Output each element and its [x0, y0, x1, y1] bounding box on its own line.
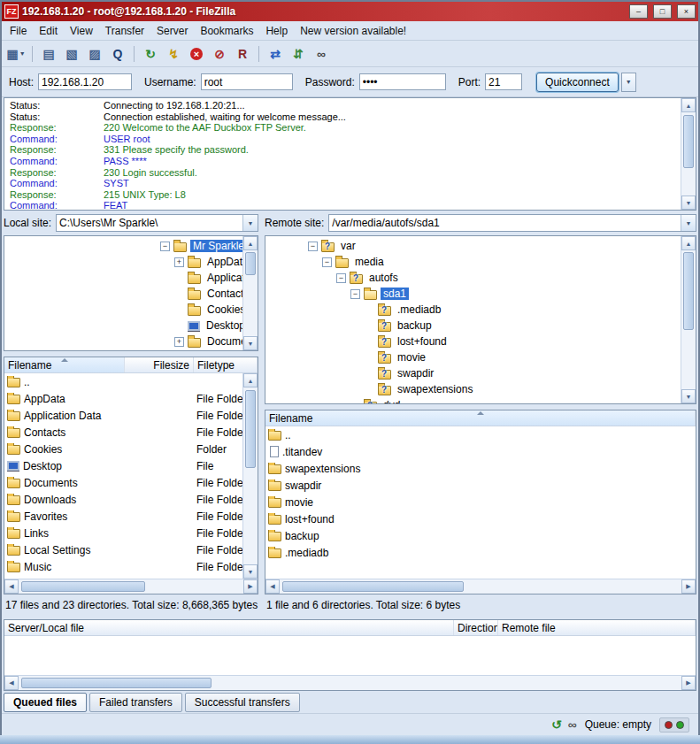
file-row-links[interactable]: LinksFile Folder — [4, 525, 242, 541]
file-row-swapextensions[interactable]: swapextensions — [265, 460, 696, 477]
file-row-documents[interactable]: DocumentsFile Folder — [4, 474, 242, 491]
quickconnect-dropdown-button[interactable]: ▼ — [621, 73, 636, 92]
tree-item-autofs[interactable]: −?autofs — [265, 270, 681, 286]
find-files-button[interactable]: ∞ — [311, 43, 332, 64]
file-row-desktop[interactable]: DesktopFile — [4, 457, 242, 474]
directory-compare-button[interactable]: ⇄ — [265, 43, 286, 64]
column-header-direction[interactable]: Direction — [454, 620, 498, 635]
combo-dropdown-icon[interactable]: ▼ — [242, 215, 258, 231]
password-input[interactable] — [359, 73, 446, 90]
scroll-right-button[interactable]: ▶ — [681, 579, 696, 594]
tab-queued-files[interactable]: Queued files — [4, 693, 87, 712]
scroll-left-button[interactable]: ◀ — [4, 676, 19, 690]
tree-expand-icon[interactable]: + — [174, 257, 184, 267]
menu-item-file[interactable]: File — [4, 22, 33, 40]
tree-item-swapextensions[interactable]: ?swapextensions — [265, 381, 681, 397]
file-row-application-data[interactable]: Application DataFile Folder — [4, 407, 242, 424]
tree-item-cookies[interactable]: Cookies — [4, 302, 242, 318]
tree-item-contacts[interactable]: Contacts — [4, 286, 242, 302]
column-header-filesize[interactable]: Filesize — [125, 357, 194, 372]
tree-item-lost-found[interactable]: ?lost+found — [265, 334, 681, 349]
menu-item-new-version-available[interactable]: New version available! — [294, 22, 412, 40]
cancel-button[interactable]: × — [186, 43, 207, 64]
column-header-filename[interactable]: Filename — [265, 410, 696, 426]
scrollbar-thumb[interactable] — [245, 390, 256, 468]
tree-item-desktop[interactable]: Desktop — [4, 318, 242, 334]
scroll-down-button[interactable]: ▼ — [681, 389, 696, 403]
tree-item-dvd[interactable]: ?dvd — [265, 397, 681, 403]
scroll-up-button[interactable]: ▲ — [243, 373, 258, 387]
site-manager-button[interactable]: ▦▼ — [5, 43, 27, 64]
tree-item-sda1[interactable]: −sda1 — [265, 286, 681, 302]
tab-failed-transfers[interactable]: Failed transfers — [89, 693, 182, 712]
close-button[interactable]: × — [677, 4, 696, 19]
menu-item-help[interactable]: Help — [259, 22, 294, 40]
local-site-combobox[interactable]: C:\Users\Mr Sparkle\ ▼ — [56, 214, 258, 232]
toggle-local-tree-button[interactable]: ▧ — [61, 43, 82, 64]
menu-item-view[interactable]: View — [64, 22, 99, 40]
minimize-button[interactable]: – — [629, 4, 648, 19]
tree-item-documents[interactable]: +Documents — [4, 334, 242, 349]
file-row-lost-found[interactable]: lost+found — [265, 510, 696, 527]
port-input[interactable] — [485, 73, 522, 90]
column-header-filetype[interactable]: Filetype — [194, 357, 258, 372]
reconnect-button[interactable]: R — [232, 43, 253, 64]
tree-item-media[interactable]: −media — [265, 254, 681, 270]
file-row-[interactable]: .. — [4, 373, 242, 390]
scroll-down-button[interactable]: ▼ — [243, 564, 258, 579]
tree-collapse-icon[interactable]: − — [336, 273, 346, 283]
scroll-left-button[interactable]: ◀ — [265, 579, 280, 594]
menu-item-bookmarks[interactable]: Bookmarks — [194, 22, 259, 40]
column-header-remote-file[interactable]: Remote file — [498, 620, 696, 635]
remote-site-combobox[interactable]: /var/media/autofs/sda1 ▼ — [328, 214, 696, 232]
scrollbar-thumb[interactable] — [21, 678, 212, 688]
local-list-hscrollbar[interactable]: ◀▶ — [4, 579, 258, 594]
tree-item-backup[interactable]: ?backup — [265, 318, 681, 334]
remote-tree-scrollbar[interactable]: ▲▼ — [681, 236, 696, 403]
scroll-up-button[interactable]: ▲ — [243, 236, 258, 250]
menu-item-server[interactable]: Server — [150, 22, 194, 40]
file-row-[interactable]: .. — [265, 426, 696, 443]
quickconnect-button[interactable]: Quickconnect — [536, 73, 619, 92]
tree-expand-icon[interactable]: + — [174, 337, 184, 347]
scrollbar-thumb[interactable] — [683, 252, 694, 330]
file-row-downloads[interactable]: DownloadsFile Folder — [4, 491, 242, 508]
toggle-queue-button[interactable]: Q — [107, 43, 128, 64]
file-row-titandev[interactable]: .titandev — [265, 443, 696, 460]
scrollbar-thumb[interactable] — [282, 581, 464, 592]
scroll-down-button[interactable]: ▼ — [681, 196, 696, 210]
toggle-remote-tree-button[interactable]: ▨ — [84, 43, 105, 64]
disconnect-button[interactable]: ⊘ — [209, 43, 230, 64]
scrollbar-thumb[interactable] — [21, 581, 145, 592]
tab-successful-transfers[interactable]: Successful transfers — [185, 693, 300, 712]
username-input[interactable] — [201, 73, 293, 90]
file-row-cookies[interactable]: CookiesFolder — [4, 441, 242, 457]
tree-item-movie[interactable]: ?movie — [265, 349, 681, 365]
scroll-up-button[interactable]: ▲ — [681, 98, 696, 112]
column-header-filename[interactable]: Filename — [4, 357, 125, 372]
scroll-right-button[interactable]: ▶ — [243, 579, 258, 594]
sync-browsing-button[interactable]: ⇵ — [288, 43, 309, 64]
tree-collapse-icon[interactable]: − — [322, 257, 332, 267]
combo-dropdown-icon[interactable]: ▼ — [681, 215, 696, 231]
file-row-local-settings[interactable]: Local SettingsFile Folder — [4, 541, 242, 558]
scroll-right-button[interactable]: ▶ — [681, 676, 696, 690]
menu-item-transfer[interactable]: Transfer — [99, 22, 150, 40]
scrollbar-thumb[interactable] — [245, 252, 256, 275]
remote-list-hscrollbar[interactable]: ◀▶ — [265, 579, 696, 594]
file-row-favorites[interactable]: FavoritesFile Folder — [4, 508, 242, 525]
column-header-server-local-file[interactable]: Server/Local file — [4, 620, 454, 635]
refresh-button[interactable]: ↻ — [140, 43, 161, 64]
tree-collapse-icon[interactable]: − — [308, 242, 318, 251]
file-row-mediadb[interactable]: .mediadb — [265, 544, 696, 561]
tree-item-application-data[interactable]: Application Data — [4, 270, 242, 286]
title-bar[interactable]: FZ 192.168.1.20 - root@192.168.1.20 - Fi… — [2, 2, 698, 21]
host-input[interactable] — [38, 73, 132, 90]
file-row-movie[interactable]: movie — [265, 494, 696, 510]
file-row-swapdir[interactable]: swapdir — [265, 477, 696, 494]
message-log-scrollbar[interactable]: ▲▼ — [681, 98, 696, 210]
tree-collapse-icon[interactable]: − — [160, 242, 170, 251]
tree-item-appdata[interactable]: +AppData — [4, 254, 242, 270]
queue-hscrollbar[interactable]: ◀▶ — [4, 675, 696, 690]
file-row-contacts[interactable]: ContactsFile Folder — [4, 424, 242, 441]
